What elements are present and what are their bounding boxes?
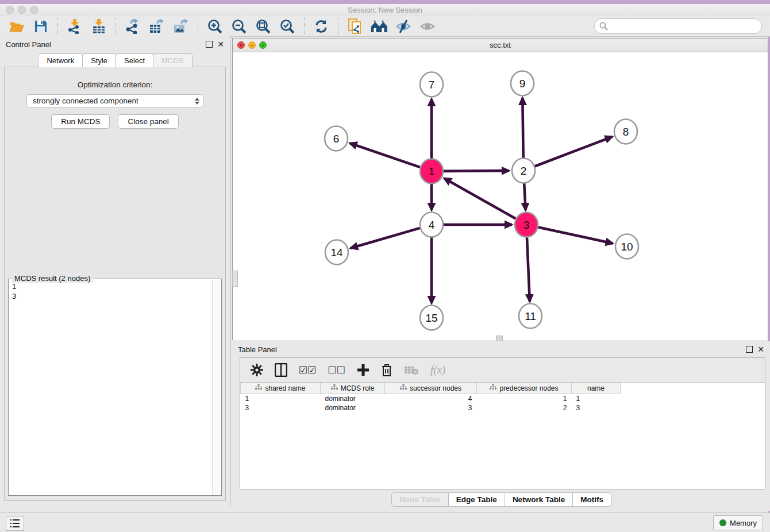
delete-column-icon[interactable] [381,364,392,377]
column-type-icon [490,384,496,392]
column-header-successor-nodes[interactable]: successor nodes [385,383,477,394]
table-cell[interactable]: 4 [385,394,477,404]
graph-node-2[interactable]: 2 [512,159,535,183]
tab-motifs[interactable]: Motifs [572,492,611,507]
edge-2-3[interactable] [524,183,526,210]
result-scrollbar[interactable] [212,280,221,495]
table-row[interactable]: 1dominator411 [241,394,621,404]
column-header-shared-name[interactable]: shared name [241,383,321,394]
tab-mcds[interactable]: MCDS [153,53,192,67]
network-graph[interactable]: 1234678910111415 [233,52,768,340]
save-icon[interactable] [32,18,49,34]
table-cell[interactable]: dominator [321,403,385,413]
export-image-icon[interactable] [172,18,190,34]
optimization-criterion-select[interactable]: strongly connected component [26,94,203,107]
edge-1-6[interactable] [350,143,420,167]
edge-3-11[interactable] [527,237,530,302]
table-cell[interactable]: 1 [572,394,621,404]
gear-icon[interactable] [251,364,263,376]
network-window-titlebar[interactable]: × − + scc.txt [233,38,768,52]
table-cell[interactable]: 3 [241,403,321,413]
tab-node-table[interactable]: Node Table [391,492,449,507]
import-network-icon[interactable] [66,18,83,34]
svg-text:4: 4 [429,219,435,231]
graph-node-7[interactable]: 7 [420,72,443,97]
close-table-panel-icon[interactable]: ✕ [757,346,764,352]
table-panel: Table Panel ✕ ☑☑ ☐☐ f(x) [232,341,770,511]
table-row[interactable]: 3dominator323 [241,403,621,413]
run-mcds-button[interactable]: Run MCDS [51,114,110,129]
desktop-background-strip [0,0,770,4]
svg-text:10: 10 [621,241,633,253]
graph-node-6[interactable]: 6 [325,126,348,151]
main-titlebar: Session: New Session [0,4,770,17]
tab-network-table[interactable]: Network Table [505,492,573,507]
optimization-criterion-label: Optimization criterion: [5,80,225,89]
new-network-from-selection-icon[interactable] [346,18,364,34]
edge-1-2[interactable] [444,171,509,171]
tab-select[interactable]: Select [116,53,153,67]
splitter-handle[interactable] [232,271,238,287]
zoom-selected-icon[interactable] [279,18,296,34]
open-folder-icon[interactable] [8,18,25,34]
graph-node-14[interactable]: 14 [325,240,348,265]
column-type-icon [400,384,407,392]
export-network-icon[interactable] [124,18,141,34]
edge-3-1[interactable] [444,178,516,218]
edge-4-14[interactable] [351,228,420,248]
first-neighbors-icon[interactable] [371,18,388,34]
select-all-icon[interactable]: ☑☑ [299,365,316,375]
search-field[interactable] [594,18,762,34]
edge-2-8[interactable] [535,137,613,167]
refresh-icon[interactable] [313,18,330,34]
task-history-button[interactable] [6,516,24,531]
column-header-predecessor-nodes[interactable]: predecessor nodes [477,383,572,394]
export-table-icon[interactable] [148,18,165,34]
zoom-out-icon[interactable] [230,18,248,34]
import-table-icon[interactable] [90,18,107,34]
network-canvas[interactable]: 1234678910111415 [233,52,768,340]
search-input[interactable] [608,21,761,32]
show-all-icon[interactable] [419,18,436,34]
mcds-result-box: MCDS result (2 nodes) 1 3 [8,279,222,496]
canvas-scroll-handle[interactable] [496,336,503,341]
graph-node-10[interactable]: 10 [615,234,638,259]
table-cell[interactable]: 1 [241,394,321,404]
column-header-MCDS-role[interactable]: MCDS role [321,383,385,394]
svg-text:14: 14 [330,246,343,259]
close-panel-icon[interactable]: ✕ [217,41,224,47]
tab-network[interactable]: Network [38,53,83,67]
deselect-all-icon[interactable]: ☐☐ [328,365,345,375]
close-panel-button[interactable]: Close panel [118,114,178,129]
tab-style[interactable]: Style [82,53,116,67]
table-panel-title: Table Panel [238,345,277,354]
graph-node-15[interactable]: 15 [420,306,443,330]
graph-node-3[interactable]: 3 [515,213,538,237]
table-cell[interactable]: 1 [477,394,572,404]
float-panel-icon[interactable] [206,41,213,48]
split-columns-icon[interactable] [275,363,287,377]
edge-2-9[interactable] [522,98,523,159]
graph-node-11[interactable]: 11 [519,304,542,329]
edge-3-10[interactable] [538,227,613,243]
zoom-fit-icon[interactable] [255,18,272,34]
graph-node-8[interactable]: 8 [614,119,637,144]
table-cell[interactable]: 3 [385,403,477,413]
float-table-panel-icon[interactable] [746,346,753,353]
node-table[interactable]: shared nameMCDS rolesuccessor nodesprede… [240,383,621,413]
column-header-name[interactable]: name [572,383,621,394]
table-cell[interactable]: 3 [572,403,621,413]
table-cell[interactable]: dominator [321,394,385,404]
tab-edge-table[interactable]: Edge Table [448,492,505,507]
zoom-in-icon[interactable] [206,18,224,34]
add-column-icon[interactable] [357,364,369,376]
table-toolbar: ☑☑ ☐☐ f(x) [240,358,765,383]
memory-button[interactable]: Memory [713,515,763,530]
graph-node-1[interactable]: 1 [420,159,443,184]
graph-node-9[interactable]: 9 [511,71,534,96]
table-cell[interactable]: 2 [477,403,572,413]
hide-selected-icon[interactable] [395,18,412,34]
mcds-result-text[interactable]: 1 3 [12,282,212,494]
graph-node-4[interactable]: 4 [420,213,443,237]
main-toolbar [0,16,770,37]
